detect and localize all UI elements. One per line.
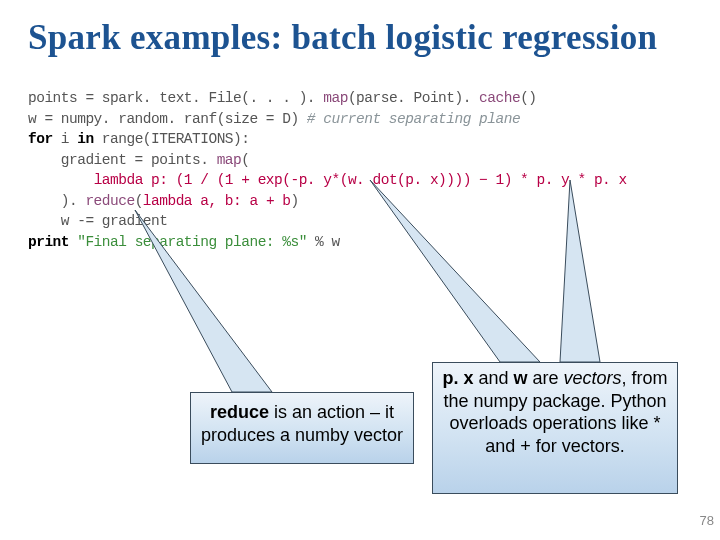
svg-marker-2 [560,180,600,362]
callout-arrows [0,0,720,540]
page-number: 78 [700,513,714,528]
svg-marker-1 [370,180,540,362]
svg-marker-0 [135,210,272,392]
